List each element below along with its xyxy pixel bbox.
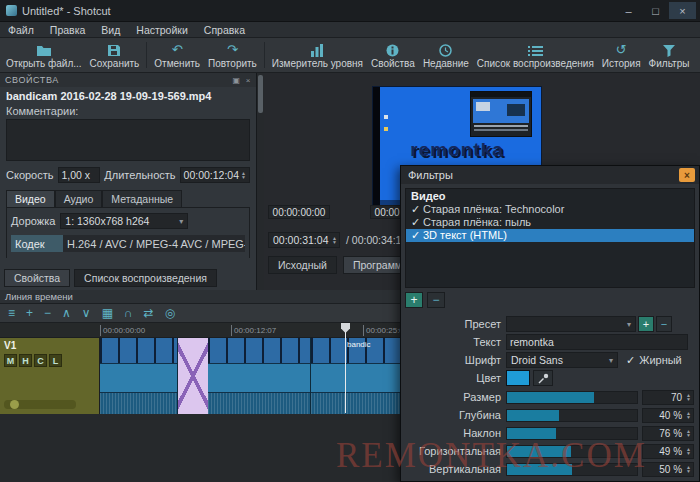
- timecode-in[interactable]: 00:00:00:00: [268, 205, 330, 219]
- float-panel-icon[interactable]: ▣: [233, 76, 241, 85]
- save-button[interactable]: Сохранить: [86, 39, 144, 72]
- tab-playlist[interactable]: Список воспроизведения: [74, 269, 217, 287]
- eyedropper-icon: [538, 373, 549, 384]
- menu-file[interactable]: Файл: [0, 23, 42, 37]
- duration-input[interactable]: 00:00:12:04 ▲▼: [180, 167, 250, 183]
- slider-fill: [507, 392, 594, 403]
- composite-button[interactable]: C: [34, 354, 47, 367]
- color-swatch[interactable]: [506, 370, 530, 386]
- speed-input[interactable]: 1,00 x: [58, 167, 101, 183]
- redo-button[interactable]: ↷ Повторить: [204, 39, 261, 72]
- filter-settings-form: Пресет ▾ + − Текст remontka Шрифт Droid …: [401, 316, 699, 479]
- track-head-v1[interactable]: V1 M H C L: [0, 338, 100, 414]
- preset-row: Пресет ▾ + −: [401, 316, 699, 332]
- undo-button[interactable]: ↶ Отменить: [150, 39, 204, 72]
- history-button[interactable]: ↺ История: [598, 39, 645, 72]
- tab-video[interactable]: Видео: [6, 190, 55, 207]
- horizontal-slider[interactable]: [506, 445, 638, 458]
- lock-button[interactable]: L: [49, 354, 62, 367]
- spinner-arrows[interactable]: ▲▼: [684, 465, 691, 473]
- check-icon[interactable]: ✓: [411, 229, 423, 242]
- record-icon[interactable]: ◎: [165, 304, 175, 322]
- vertical-slider[interactable]: [506, 463, 638, 476]
- tab-properties[interactable]: Свойства: [4, 269, 70, 287]
- vertical-spinbox[interactable]: 50 % ▲▼: [642, 462, 694, 477]
- color-picker-button[interactable]: [533, 370, 553, 386]
- filters-close-button[interactable]: ×: [679, 168, 695, 182]
- scrollbar-thumb[interactable]: [258, 75, 263, 113]
- vertical-row: Вертикальная 50 % ▲▼: [401, 461, 699, 477]
- track-slider[interactable]: [4, 400, 76, 409]
- text-input[interactable]: remontka: [506, 334, 688, 350]
- hide-button[interactable]: H: [19, 354, 32, 367]
- depth-slider[interactable]: [506, 409, 638, 422]
- spinner-arrows[interactable]: ▲▼: [239, 171, 246, 179]
- spinner-arrows[interactable]: ▲▼: [684, 393, 691, 401]
- timeline-menu-icon[interactable]: ≡: [8, 304, 15, 322]
- filter-list-item[interactable]: ✓ Старая плёнка: пыль: [406, 216, 694, 229]
- check-icon[interactable]: ✓: [411, 216, 423, 229]
- delete-preset-button[interactable]: −: [656, 316, 672, 332]
- clip-thumbnails: [100, 338, 177, 364]
- track-slider-knob[interactable]: [10, 400, 19, 409]
- preview-inner-window: [470, 91, 532, 137]
- filters-panel-title: Фильтры: [408, 169, 679, 181]
- tab-source[interactable]: Исходный: [268, 256, 337, 274]
- mute-button[interactable]: M: [4, 354, 17, 367]
- properties-button[interactable]: Свойства: [367, 39, 419, 72]
- filters-button[interactable]: Фильтры: [645, 39, 694, 72]
- lift-icon[interactable]: ∧: [62, 304, 71, 322]
- size-slider[interactable]: [506, 391, 638, 404]
- append-icon[interactable]: +: [26, 304, 33, 322]
- add-filter-button[interactable]: +: [405, 292, 423, 308]
- menu-help[interactable]: Справка: [196, 23, 253, 37]
- spinner-arrows[interactable]: ▲▼: [684, 447, 691, 455]
- filter-list-item-selected[interactable]: ✓ 3D текст (HTML): [406, 229, 694, 242]
- preset-label: Пресет: [401, 318, 501, 330]
- maximize-button[interactable]: □: [642, 2, 669, 19]
- close-button[interactable]: ×: [669, 2, 696, 19]
- save-preset-button[interactable]: +: [638, 316, 654, 332]
- timeline-title: Линия времени: [5, 291, 73, 302]
- snap-magnet-icon[interactable]: ∩: [124, 304, 133, 322]
- menu-settings[interactable]: Настройки: [128, 23, 196, 37]
- playlist-button[interactable]: Список воспроизведения: [473, 39, 598, 72]
- minimize-button[interactable]: –: [615, 2, 642, 19]
- size-spinbox[interactable]: 70 ▲▼: [642, 390, 694, 405]
- timeline-clip[interactable]: [208, 338, 311, 414]
- transition-clip[interactable]: [178, 338, 208, 414]
- close-panel-icon[interactable]: ×: [246, 76, 251, 85]
- comments-textarea[interactable]: [6, 119, 250, 161]
- timeline-clip[interactable]: [100, 338, 178, 414]
- filters-panel-header[interactable]: Фильтры ×: [401, 166, 699, 184]
- check-icon[interactable]: ✓: [411, 203, 423, 216]
- bold-checkbox[interactable]: ✓ Жирный: [626, 354, 682, 367]
- tilt-spinbox[interactable]: 76 % ▲▼: [642, 426, 694, 441]
- tilt-slider[interactable]: [506, 427, 638, 440]
- slider-fill: [507, 428, 556, 439]
- menu-edit[interactable]: Правка: [42, 23, 93, 37]
- split-icon[interactable]: ▦: [102, 304, 113, 322]
- scrub-icon[interactable]: ⇄: [144, 304, 154, 322]
- position-input[interactable]: 00:00:31:04 ▲▼: [268, 232, 340, 248]
- font-select[interactable]: Droid Sans ▾: [506, 352, 618, 368]
- menu-view[interactable]: Вид: [93, 23, 128, 37]
- overwrite-icon[interactable]: ∨: [82, 304, 91, 322]
- horizontal-spinbox[interactable]: 49 % ▲▼: [642, 444, 694, 459]
- spinner-arrows[interactable]: ▲▼: [330, 236, 337, 244]
- filter-list-item[interactable]: ✓ Старая плёнка: Technocolor: [406, 203, 694, 216]
- remove-filter-button[interactable]: −: [427, 292, 445, 308]
- track-select[interactable]: 1: 1360x768 h264 ▾: [60, 213, 188, 229]
- preset-select[interactable]: ▾: [506, 316, 636, 332]
- level-meter-button[interactable]: Измеритель уровня: [268, 39, 367, 72]
- playhead-line[interactable]: [345, 332, 346, 413]
- open-file-button[interactable]: Открыть файл...: [2, 39, 86, 72]
- ripple-delete-icon[interactable]: −: [44, 304, 51, 322]
- tab-audio[interactable]: Аудио: [55, 190, 103, 207]
- recent-button[interactable]: Недавние: [419, 39, 473, 72]
- tab-metadata[interactable]: Метаданные: [102, 190, 182, 207]
- spinner-arrows[interactable]: ▲▼: [684, 429, 691, 437]
- codec-row: Кодек H.264 / AVC / MPEG-4 AVC / MPEG-..…: [11, 235, 245, 252]
- spinner-arrows[interactable]: ▲▼: [684, 411, 691, 419]
- depth-spinbox[interactable]: 40 % ▲▼: [642, 408, 694, 423]
